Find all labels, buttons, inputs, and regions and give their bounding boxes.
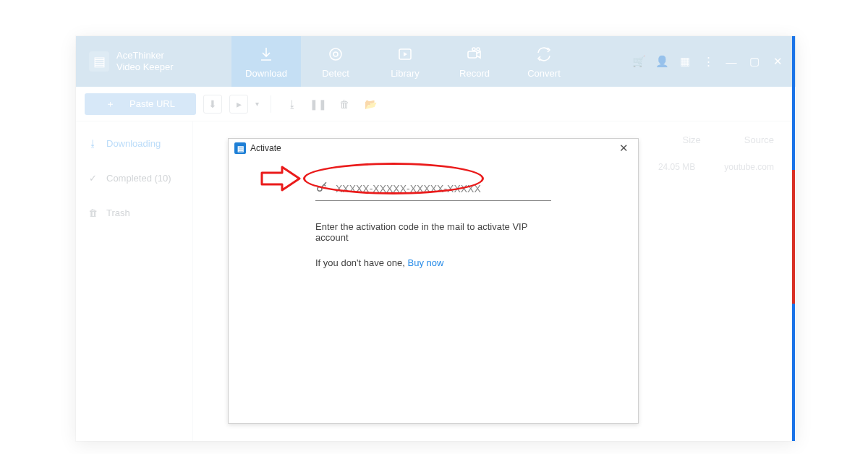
check-icon: ✓	[86, 171, 99, 184]
dialog-header: ▤ Activate ✕	[229, 139, 638, 158]
tab-library-label: Library	[391, 68, 420, 79]
toolbar-separator	[271, 95, 271, 113]
detect-icon	[326, 45, 345, 64]
sidebar: ⭳ Downloading ✓ Completed (10) 🗑 Trash	[76, 121, 193, 441]
maximize-icon[interactable]: ▢	[748, 55, 761, 68]
dialog-body: Enter the activation code in the mail to…	[229, 158, 638, 268]
tab-detect-label: Detect	[322, 68, 349, 79]
download-action-icon[interactable]: ⭳	[283, 95, 302, 113]
tab-library[interactable]: Library	[370, 36, 440, 87]
sidebar-item-downloading[interactable]: ⭳ Downloading	[76, 126, 192, 160]
cell-size: 24.05 MB	[658, 162, 695, 172]
download-small-icon[interactable]: ⬇	[203, 95, 222, 113]
svg-point-0	[330, 48, 341, 60]
main-tabs: Download Detect Library Record	[231, 36, 579, 87]
brand-line1: AceThinker	[116, 50, 174, 61]
window-controls: 🛒 👤 ▦ ⋮ — ▢ ✕	[621, 36, 796, 87]
tab-record-label: Record	[459, 68, 490, 79]
tab-convert-label: Convert	[527, 68, 561, 79]
pause-icon[interactable]: ❚❚	[309, 95, 328, 113]
sidebar-item-trash[interactable]: 🗑 Trash	[76, 195, 192, 230]
column-headers: Size Source	[683, 134, 775, 145]
sidebar-item-label: Trash	[106, 207, 130, 218]
more-icon[interactable]: ⋮	[702, 55, 715, 68]
sidebar-item-label: Completed (10)	[106, 173, 171, 184]
activation-code-row	[315, 178, 551, 201]
activation-code-input[interactable]	[336, 183, 524, 194]
svg-point-6	[318, 187, 322, 191]
svg-point-4	[477, 48, 480, 51]
trash-icon[interactable]: 🗑	[335, 95, 354, 113]
key-icon	[315, 181, 328, 196]
tab-record[interactable]: Record	[440, 36, 509, 87]
brand-icon: ▤	[89, 51, 109, 72]
sidebar-item-completed[interactable]: ✓ Completed (10)	[76, 160, 192, 195]
titlebar: ▤ AceThinker Video Keeper Download Detec…	[76, 36, 796, 87]
tab-detect[interactable]: Detect	[301, 36, 370, 87]
dialog-app-icon: ▤	[234, 142, 246, 154]
sidebar-item-label: Downloading	[106, 138, 161, 149]
brand-text: AceThinker Video Keeper	[116, 50, 174, 74]
brand-block: ▤ AceThinker Video Keeper	[76, 36, 231, 87]
activation-hint: Enter the activation code in the mail to…	[315, 221, 551, 243]
table-row: 24.05 MB youtube.com	[658, 162, 774, 172]
svg-rect-3	[468, 51, 477, 58]
convert-icon	[535, 45, 553, 64]
library-icon	[396, 45, 414, 64]
dialog-title: Activate	[250, 143, 281, 153]
user-icon[interactable]: 👤	[655, 55, 668, 68]
cell-source: youtube.com	[724, 162, 774, 172]
no-code-line: If you don't have one, Buy now	[315, 257, 551, 268]
brand-edge-stripe	[792, 36, 795, 441]
svg-point-1	[333, 52, 338, 56]
download-icon	[257, 45, 276, 64]
chevron-down-icon[interactable]: ▾	[255, 100, 259, 108]
cart-icon[interactable]: 🛒	[632, 55, 645, 68]
activate-dialog: ▤ Activate ✕ Enter the activation code i…	[228, 138, 639, 424]
no-code-prefix: If you don't have one,	[315, 257, 408, 268]
close-icon[interactable]: ✕	[615, 140, 632, 157]
grid-icon[interactable]: ▦	[678, 55, 692, 68]
trash-icon: 🗑	[86, 206, 99, 219]
buy-now-link[interactable]: Buy now	[408, 257, 444, 268]
tab-convert[interactable]: Convert	[509, 36, 579, 87]
close-window-icon[interactable]: ✕	[771, 55, 784, 68]
record-icon	[465, 45, 484, 64]
play-download-icon[interactable]: ▸	[229, 95, 248, 113]
downloading-icon: ⭳	[86, 137, 99, 150]
svg-point-5	[472, 48, 475, 51]
col-source: Source	[744, 134, 774, 145]
paste-url-label: Paste URL	[129, 98, 175, 109]
tab-download-label: Download	[245, 68, 287, 79]
minimize-icon[interactable]: —	[725, 55, 738, 68]
plus-icon: ＋	[106, 98, 115, 111]
brand-line2: Video Keeper	[116, 61, 174, 73]
col-size: Size	[683, 134, 701, 145]
folder-open-icon[interactable]: 📂	[361, 95, 380, 113]
toolbar: ＋ Paste URL ⬇ ▸ ▾ ⭳ ❚❚ 🗑 📂	[76, 87, 796, 121]
tab-download[interactable]: Download	[231, 36, 301, 87]
paste-url-button[interactable]: ＋ Paste URL	[85, 93, 196, 115]
